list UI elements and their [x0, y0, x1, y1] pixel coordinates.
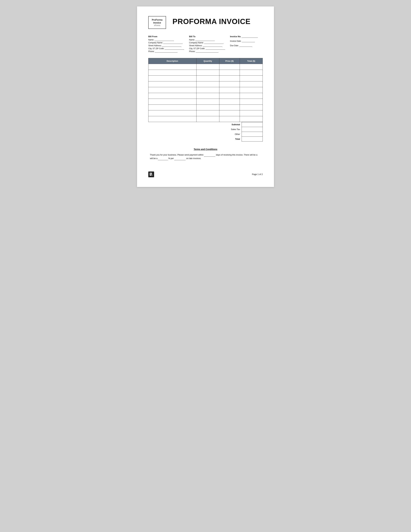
bill-from-col: Bill From Name: Company Name: Street Add… [148, 35, 189, 53]
table-row-1-col-0[interactable] [148, 70, 196, 76]
table-row-3-col-2[interactable] [219, 81, 240, 87]
eforms-icon [148, 171, 154, 177]
table-row-2-col-2[interactable] [219, 76, 240, 81]
table-row-2-col-1[interactable] [196, 76, 219, 81]
table-row-0-col-3[interactable] [240, 64, 263, 70]
totals-value-1[interactable] [242, 127, 263, 132]
totals-label-2: Other [219, 132, 242, 136]
bill-from-city: City, ST ZIP Code: [148, 48, 189, 50]
totals-label-0: Subtotal [219, 122, 242, 127]
terms-percent-blank[interactable] [158, 158, 168, 160]
table-row-6-col-2[interactable] [219, 99, 240, 104]
table-row-4-col-1[interactable] [196, 87, 219, 93]
footer: Page 1 of 2 [148, 170, 263, 177]
terms-text-part3: % per [168, 157, 174, 160]
table-row-0-col-0[interactable] [148, 64, 196, 70]
table-row-9-col-2[interactable] [219, 116, 240, 122]
bill-to-phone: Phone: [189, 50, 230, 53]
table-row-1-col-2[interactable] [219, 70, 240, 76]
bill-from-street: Street Address: [148, 45, 189, 47]
table-row-4-col-2[interactable] [219, 87, 240, 93]
totals-value-3[interactable] [242, 136, 263, 141]
bill-to-phone-blank[interactable] [196, 50, 218, 53]
bill-from-company-blank[interactable] [163, 42, 183, 44]
totals-value-2[interactable] [242, 132, 263, 136]
table-row-2-col-0[interactable] [148, 76, 196, 81]
terms-per-blank[interactable] [174, 158, 186, 160]
bill-to-name: Name: [189, 39, 230, 41]
table-row-4-col-0[interactable] [148, 87, 196, 93]
bill-to-col: Bill To Name: Company Name: Street Addre… [189, 35, 230, 53]
due-date-field: Due Date: [230, 45, 263, 47]
table-row-0-col-2[interactable] [219, 64, 240, 70]
bill-to-city: City, ST ZIP Code: [189, 48, 230, 50]
invoice-date-field: Invoice Date: [230, 40, 263, 42]
bill-from-phone: Phone: [148, 50, 189, 53]
invoice-no-blank[interactable] [242, 36, 258, 38]
bill-to-city-blank[interactable] [206, 48, 225, 50]
table-row-9-col-1[interactable] [196, 116, 219, 122]
table-row-6-col-3[interactable] [240, 99, 263, 104]
bill-section: Bill From Name: Company Name: Street Add… [148, 35, 263, 53]
terms-will-be: will be a [150, 157, 158, 160]
table-row-8-col-3[interactable] [240, 110, 263, 116]
invoice-info-col: Invoice No. Invoice Date: Due Date: [230, 35, 263, 53]
table-row-1-col-1[interactable] [196, 70, 219, 76]
col-header-total: Total ($) [240, 58, 263, 64]
bill-from-title: Bill From [148, 35, 189, 38]
table-row-6-col-1[interactable] [196, 99, 219, 104]
table-row-5-col-2[interactable] [219, 93, 240, 99]
table-row-0-col-1[interactable] [196, 64, 219, 70]
bill-from-name: Name: [148, 39, 189, 41]
terms-days-blank[interactable] [204, 154, 215, 157]
table-row-6-col-0[interactable] [148, 99, 196, 104]
table-row-3-col-3[interactable] [240, 81, 263, 87]
bill-from-name-blank[interactable] [154, 39, 174, 41]
terms-text-part4: on late invoices. [186, 157, 201, 160]
table-row-5-col-0[interactable] [148, 93, 196, 99]
table-row-3-col-1[interactable] [196, 81, 219, 87]
table-row-7-col-0[interactable] [148, 104, 196, 110]
totals-label-3: Total [219, 136, 242, 141]
table-row-2-col-3[interactable] [240, 76, 263, 81]
table-row-7-col-3[interactable] [240, 104, 263, 110]
invoice-table: Description Quantity Price ($) Total ($) [148, 58, 263, 122]
col-header-price: Price ($) [219, 58, 240, 64]
totals-label-1: Sales Tax [219, 127, 242, 132]
table-row-5-col-3[interactable] [240, 93, 263, 99]
table-row-3-col-0[interactable] [148, 81, 196, 87]
logo-line2: Invoice [151, 21, 163, 24]
table-row-8-col-2[interactable] [219, 110, 240, 116]
totals-section: SubtotalSales TaxOtherTotal [148, 122, 263, 142]
table-row-7-col-2[interactable] [219, 104, 240, 110]
bill-to-street-blank[interactable] [203, 45, 222, 47]
table-row-7-col-1[interactable] [196, 104, 219, 110]
bill-to-name-blank[interactable] [195, 39, 215, 41]
col-header-description: Description [148, 58, 196, 64]
invoice-no-label: Invoice No. [230, 35, 263, 38]
bill-from-phone-blank[interactable] [155, 50, 177, 53]
terms-section: Terms and Conditions Thank you for your … [148, 148, 263, 160]
table-row-8-col-1[interactable] [196, 110, 219, 116]
bill-to-title: Bill To [189, 35, 230, 38]
bill-to-street: Street Address: [189, 45, 230, 47]
logo-brand: eForms [151, 24, 163, 27]
bill-to-company: Company Name: [189, 42, 230, 44]
totals-value-0[interactable] [242, 122, 263, 127]
main-title: PROFORMA INVOICE [172, 16, 251, 25]
bill-from-street-blank[interactable] [162, 45, 181, 47]
table-row-5-col-1[interactable] [196, 93, 219, 99]
bill-from-city-blank[interactable] [165, 48, 184, 50]
table-row-9-col-0[interactable] [148, 116, 196, 122]
table-row-8-col-0[interactable] [148, 110, 196, 116]
table-row-4-col-3[interactable] [240, 87, 263, 93]
terms-title: Terms and Conditions [150, 148, 261, 151]
terms-text-part2: days of receiving this invoice. There wi… [216, 154, 258, 156]
due-date-blank[interactable] [239, 45, 252, 47]
logo-box: ProForma Invoice eForms [148, 16, 166, 29]
bill-to-company-blank[interactable] [204, 42, 224, 44]
table-row-1-col-3[interactable] [240, 70, 263, 76]
table-row-9-col-3[interactable] [240, 116, 263, 122]
invoice-date-blank[interactable] [242, 40, 255, 42]
logo-title: ProForma [151, 18, 163, 21]
